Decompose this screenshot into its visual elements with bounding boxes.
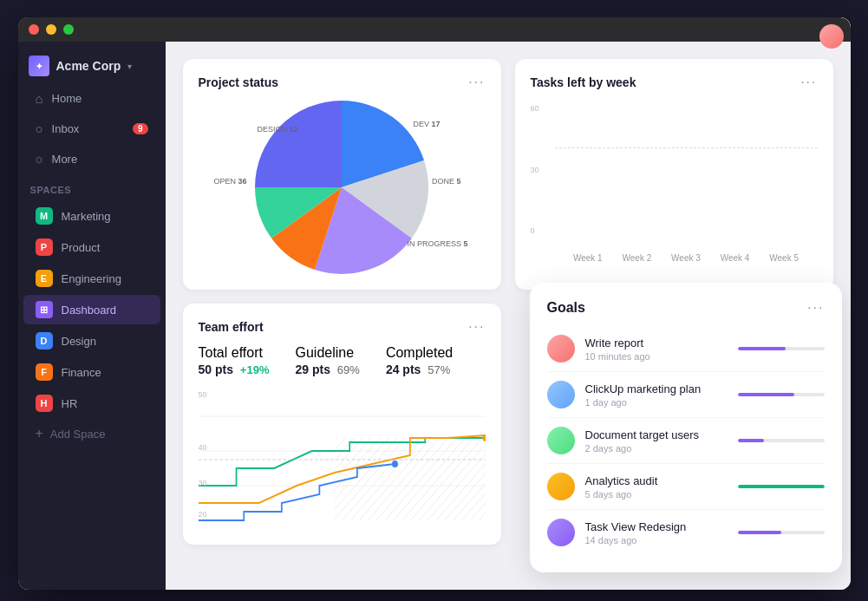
close-button[interactable] [29,24,39,35]
goal-bar-1 [738,347,786,350]
week3-label: Week 3 [662,253,711,263]
goal-item-2: ClickUp marketing plan 1 day ago [547,372,825,418]
total-effort-stat: Total effort 50 pts +19% [199,345,270,376]
nav-inbox-label: Inbox [52,122,80,135]
minimize-button[interactable] [46,24,56,35]
space-icon-design: D [36,332,53,349]
line-y-20: 20 [199,510,207,519]
space-marketing[interactable]: M Marketing [23,201,160,231]
space-label-hr: HR [62,397,78,410]
home-icon: ⌂ [36,91,43,106]
team-effort-header: Team effort ··· [199,319,486,335]
week2-label: Week 2 [612,253,662,263]
goal-progress-1 [738,347,825,350]
goal-avatar-4 [547,473,575,500]
bar-x-labels: Week 1 Week 2 Week 3 Week 4 Week 5 [555,248,818,263]
team-effort-menu[interactable]: ··· [468,319,485,335]
goal-time-4: 5 days ago [585,489,728,500]
team-effort-title: Team effort [199,320,264,334]
goal-avatar-5 [547,519,575,546]
space-engineering[interactable]: E Engineering [23,264,160,293]
inbox-badge: 9 [133,123,148,134]
nav-inbox[interactable]: ○ Inbox 9 [23,114,160,143]
spaces-label: Spaces [18,174,166,200]
goal-info-3: Document target users 2 days ago [585,428,728,454]
bar-chart [555,101,818,248]
y-label-0: 0 [531,226,539,235]
maximize-button[interactable] [63,24,74,35]
week5-label: Week 5 [760,253,809,263]
goals-card: Goals ··· Write report 10 minutes ago Cl… [530,283,842,572]
user-avatar[interactable] [819,24,844,49]
goal-item-3: Document target users 2 days ago [547,418,825,464]
goals-menu[interactable]: ··· [807,300,824,316]
app-window: ✦ Acme Corp ▾ ⌂ Home ○ Inbox 9 ○ More Sp… [18,17,851,590]
space-icon-marketing: M [36,207,53,225]
titlebar [18,17,851,42]
goal-name-5: Task View Redesign [585,520,728,533]
add-space-label: Add Space [50,428,106,441]
y-label-60: 60 [531,104,539,113]
space-icon-product: P [36,238,53,256]
goal-avatar-1 [547,335,575,363]
pie-svg [255,101,428,274]
goal-progress-5 [738,531,825,534]
goal-bar-5 [738,531,781,534]
company-header[interactable]: ✦ Acme Corp ▾ [18,42,166,83]
project-status-title: Project status [199,75,279,89]
space-finance[interactable]: F Finance [23,357,160,387]
goal-info-4: Analytics audit 5 days ago [585,474,728,500]
goal-name-1: Write report [585,336,728,349]
completed-value: 24 pts 57% [386,363,453,376]
goal-info-2: ClickUp marketing plan 1 day ago [585,382,728,408]
space-icon-dashboard: ⊞ [36,301,53,318]
space-icon-hr: H [36,395,53,412]
goals-title: Goals [547,300,585,316]
tasks-by-week-card: Tasks left by week ··· 60 30 0 [515,59,833,290]
goal-avatar-2 [547,381,575,408]
goal-avatar-3 [547,427,575,454]
add-space-icon: + [36,426,43,441]
goal-progress-3 [738,439,825,442]
space-label-product: Product [62,241,101,254]
more-icon: ○ [36,152,43,167]
project-status-header: Project status ··· [199,75,486,90]
week1-label: Week 1 [564,253,613,263]
main-content: Project status ··· [166,17,851,590]
nav-more-label: More [52,153,78,166]
goal-bar-4 [738,485,825,488]
goal-name-4: Analytics audit [585,474,728,487]
completed-label: Completed [386,345,453,360]
guideline-value: 29 pts 69% [295,363,359,376]
goal-name-3: Document target users [585,428,728,441]
goal-item-5: Task View Redesign 14 days ago [547,510,825,555]
goal-time-2: 1 day ago [585,397,728,408]
goal-time-1: 10 minutes ago [585,351,728,362]
add-space-button[interactable]: + Add Space [23,420,160,447]
goals-header: Goals ··· [547,300,825,316]
tasks-header: Tasks left by week ··· [531,75,818,90]
nav-more[interactable]: ○ More [23,145,160,173]
space-label-finance: Finance [62,366,101,379]
line-y-40: 40 [199,443,207,452]
space-product[interactable]: P Product [23,232,160,262]
tasks-menu[interactable]: ··· [800,75,817,90]
company-chevron-icon: ▾ [127,62,132,71]
space-label-engineering: Engineering [62,272,121,285]
nav-home-label: Home [52,92,82,105]
project-status-menu[interactable]: ··· [468,75,485,90]
space-dashboard[interactable]: ⊞ Dashboard [23,295,160,324]
completed-stat: Completed 24 pts 57% [386,345,453,376]
line-chart: 50 40 30 20 [199,390,486,529]
goal-progress-2 [738,393,825,396]
goal-item-4: Analytics audit 5 days ago [547,464,825,510]
y-axis: 60 30 0 [531,101,539,238]
space-hr[interactable]: H HR [23,389,160,418]
space-design[interactable]: D Design [23,326,160,356]
guideline-stat: Guideline 29 pts 69% [295,345,359,376]
pie-chart: DESIGN 12 DEV 17 DONE 5 IN PROGRESS 5 OP… [199,101,486,274]
effort-stats: Total effort 50 pts +19% Guideline 29 pt… [199,345,486,376]
nav-home[interactable]: ⌂ Home [23,84,160,113]
space-icon-finance: F [36,363,53,381]
total-effort-label: Total effort [199,345,263,360]
